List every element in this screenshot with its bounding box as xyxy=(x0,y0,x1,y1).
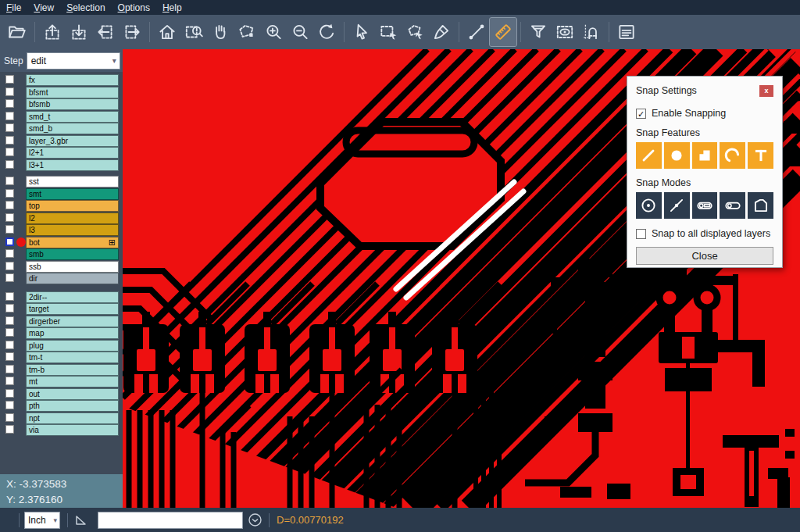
step-select[interactable]: edit ▾ xyxy=(27,52,120,70)
layer-visibility-checkbox[interactable] xyxy=(5,328,14,337)
command-input[interactable] xyxy=(98,512,243,529)
menu-item-help[interactable]: Help xyxy=(162,2,182,13)
send-up-button[interactable] xyxy=(39,18,66,46)
snap-line-button[interactable] xyxy=(636,142,662,169)
layer-visibility-checkbox[interactable] xyxy=(5,160,14,169)
layer-name-field[interactable]: fx xyxy=(26,74,119,86)
close-button[interactable]: Close xyxy=(636,247,773,265)
select-poly-button[interactable] xyxy=(402,18,428,46)
layer-name-field[interactable]: sst xyxy=(26,176,119,187)
menu-item-selection[interactable]: Selection xyxy=(66,2,105,13)
layers-panel-button[interactable] xyxy=(613,18,640,46)
mode-center-button[interactable] xyxy=(636,192,662,219)
layer-name-field[interactable]: plug xyxy=(26,340,119,352)
layer-visibility-checkbox[interactable] xyxy=(5,292,14,301)
zoom-in-button[interactable] xyxy=(260,18,287,46)
select-cursor-button[interactable] xyxy=(348,18,375,46)
mode-slot-open-button[interactable] xyxy=(720,192,745,219)
layer-visibility-checkbox[interactable] xyxy=(5,237,14,246)
layer-name-field[interactable]: via xyxy=(26,424,119,436)
layer-name-field[interactable]: dirgerber xyxy=(26,316,119,327)
snap-circle-button[interactable] xyxy=(664,142,690,169)
layer-name-field[interactable]: smd_t xyxy=(26,111,119,123)
layer-visibility-checkbox[interactable] xyxy=(5,225,14,234)
snap-text-button[interactable] xyxy=(748,142,773,169)
mode-midpoint-button[interactable] xyxy=(664,192,690,219)
layer-name-field[interactable]: target xyxy=(26,303,119,315)
send-down-button[interactable] xyxy=(66,18,92,46)
dialog-close-icon[interactable]: x xyxy=(759,85,773,97)
layer-name-field[interactable]: dir xyxy=(26,273,119,284)
layer-name-field[interactable]: l3+1 xyxy=(26,159,119,171)
pcb-canvas[interactable]: Snap Settings x ✓ Enable Snapping Snap F… xyxy=(123,49,800,508)
layer-visibility-checkbox[interactable] xyxy=(5,365,14,373)
ruler-button[interactable] xyxy=(490,18,516,46)
enable-snapping-checkbox[interactable]: ✓ xyxy=(636,109,646,119)
layer-visibility-checkbox[interactable] xyxy=(5,273,14,282)
zoom-out-button[interactable] xyxy=(287,18,313,46)
menu-item-options[interactable]: Options xyxy=(118,2,150,13)
pan-hand-button[interactable] xyxy=(207,18,234,46)
layer-name-field[interactable]: mt xyxy=(26,376,119,387)
view-eye-button[interactable] xyxy=(552,18,578,46)
zoom-window-button[interactable] xyxy=(180,18,207,46)
layer-name-field[interactable]: out xyxy=(26,388,119,400)
layer-visibility-checkbox[interactable] xyxy=(5,249,14,258)
layer-name-field[interactable]: bfsmb xyxy=(26,98,119,110)
layer-name-field[interactable]: layer_3.gbr xyxy=(26,135,119,147)
layer-visibility-checkbox[interactable] xyxy=(5,377,14,385)
home-view-button[interactable] xyxy=(154,18,180,46)
layer-visibility-checkbox[interactable] xyxy=(5,136,14,145)
layer-visibility-checkbox[interactable] xyxy=(5,352,14,361)
layer-visibility-checkbox[interactable] xyxy=(5,413,14,422)
send-left-button[interactable] xyxy=(92,18,119,46)
layer-visibility-checkbox[interactable] xyxy=(5,75,14,84)
layer-name-field[interactable]: 2dir-- xyxy=(26,291,119,303)
layer-name-field[interactable]: bfsmt xyxy=(26,87,119,98)
layer-visibility-checkbox[interactable] xyxy=(5,189,14,198)
snap-all-layers-checkbox[interactable] xyxy=(636,229,646,239)
layer-name-field[interactable]: top xyxy=(26,200,119,212)
mode-contour-button[interactable] xyxy=(748,192,773,219)
snap-surface-button[interactable] xyxy=(692,142,718,169)
layer-visibility-checkbox[interactable] xyxy=(5,87,14,96)
layer-visibility-checkbox[interactable] xyxy=(5,401,14,409)
layer-visibility-checkbox[interactable] xyxy=(5,112,14,120)
zoom-fit-button[interactable] xyxy=(313,18,340,46)
measure-line-button[interactable] xyxy=(463,18,490,46)
layer-visibility-checkbox[interactable] xyxy=(5,148,14,156)
snap-magnet-button[interactable] xyxy=(578,18,605,46)
layer-visibility-checkbox[interactable] xyxy=(5,389,14,398)
refresh-icon[interactable] xyxy=(248,512,262,527)
layer-visibility-checkbox[interactable] xyxy=(5,341,14,349)
unit-select[interactable]: Inch ▾ xyxy=(24,512,60,529)
layer-visibility-checkbox[interactable] xyxy=(5,316,14,325)
layer-name-field[interactable]: l3 xyxy=(26,224,119,236)
menu-item-view[interactable]: View xyxy=(34,2,54,13)
layer-visibility-checkbox[interactable] xyxy=(5,99,14,108)
layer-visibility-checkbox[interactable] xyxy=(5,425,14,434)
layer-name-field[interactable]: l2+1 xyxy=(26,147,119,159)
open-folder-button[interactable] xyxy=(4,18,30,46)
layer-visibility-checkbox[interactable] xyxy=(5,201,14,209)
zoom-area-button[interactable] xyxy=(234,18,260,46)
layer-name-field[interactable]: tm-b xyxy=(26,364,119,376)
filter-funnel-button[interactable] xyxy=(525,18,552,46)
clean-brush-button[interactable] xyxy=(428,18,455,46)
mode-slot-closed-button[interactable] xyxy=(692,192,718,219)
layer-visibility-checkbox[interactable] xyxy=(5,262,14,270)
layer-visibility-checkbox[interactable] xyxy=(5,177,14,185)
layer-name-field[interactable]: ⊞bot xyxy=(26,237,119,248)
layer-name-field[interactable]: map xyxy=(26,327,119,339)
layer-name-field[interactable]: npt xyxy=(26,412,119,424)
layer-name-field[interactable]: smb xyxy=(26,248,119,260)
menu-item-file[interactable]: File xyxy=(6,2,21,13)
select-rect-button[interactable] xyxy=(375,18,402,46)
layer-name-field[interactable]: pth xyxy=(26,400,119,412)
snap-arc-button[interactable] xyxy=(720,142,745,169)
layer-name-field[interactable]: tm-t xyxy=(26,352,119,363)
send-right-button[interactable] xyxy=(119,18,145,46)
layer-visibility-checkbox[interactable] xyxy=(5,213,14,222)
layer-name-field[interactable]: smd_b xyxy=(26,123,119,134)
layer-name-field[interactable]: ssb xyxy=(26,261,119,273)
